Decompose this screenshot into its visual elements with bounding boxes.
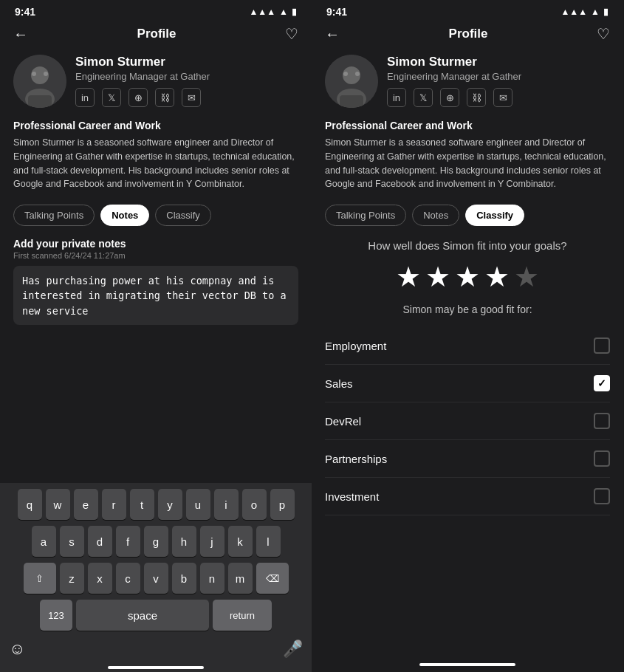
linkedin-icon-right[interactable]: in — [387, 88, 406, 107]
fit-option-sales: Sales — [325, 365, 610, 402]
key-g[interactable]: g — [144, 526, 168, 557]
key-f[interactable]: f — [116, 526, 140, 557]
key-shift[interactable]: ⇧ — [24, 563, 56, 594]
tab-classify-left[interactable]: Classify — [155, 205, 211, 226]
key-n[interactable]: n — [200, 563, 224, 594]
link-icon-left[interactable]: ⛓ — [155, 88, 174, 107]
web-icon-left[interactable]: ⊕ — [128, 88, 148, 107]
key-s[interactable]: s — [60, 526, 84, 557]
twitter-icon-right[interactable]: 𝕏 — [414, 88, 433, 107]
bio-section-right: Professional Career and Work Simon Sturm… — [312, 115, 623, 199]
classify-question: How well does Simon fit into your goals? — [368, 239, 566, 252]
signal-icon-right: ▲▲▲ — [560, 7, 587, 17]
profile-section-right: Simon Sturmer Engineering Manager at Gat… — [312, 50, 623, 115]
svg-rect-5 — [28, 95, 52, 108]
checkbox-employment[interactable] — [594, 337, 610, 354]
key-m[interactable]: m — [228, 563, 253, 594]
fit-option-employment: Employment — [325, 327, 610, 365]
link-icon-right[interactable]: ⛓ — [467, 88, 486, 107]
star-4[interactable]: ★ — [484, 261, 510, 293]
checkbox-devrel[interactable] — [594, 413, 610, 429]
battery-icon-right: ▮ — [603, 7, 608, 17]
keyboard-row-4: 123 space return — [3, 600, 309, 631]
key-r[interactable]: r — [102, 489, 126, 520]
keyboard-bottom: ☺ 🎤 — [3, 637, 309, 663]
key-t[interactable]: t — [130, 489, 154, 520]
web-icon-right[interactable]: ⊕ — [440, 88, 459, 107]
svg-point-3 — [32, 72, 36, 76]
key-k[interactable]: k — [228, 526, 253, 557]
key-d[interactable]: d — [88, 526, 112, 557]
classify-section: How well does Simon fit into your goals?… — [312, 232, 623, 327]
key-c[interactable]: c — [116, 563, 140, 594]
fit-option-investment-label: Investment — [325, 490, 379, 503]
key-a[interactable]: a — [32, 526, 56, 557]
key-o[interactable]: o — [242, 489, 267, 520]
key-123[interactable]: 123 — [40, 600, 72, 631]
star-2[interactable]: ★ — [425, 261, 450, 293]
avatar-left — [13, 55, 66, 108]
tab-talking-points-right[interactable]: Talking Points — [325, 205, 406, 226]
emoji-icon[interactable]: ☺ — [9, 640, 25, 659]
checkbox-sales[interactable] — [594, 375, 610, 391]
key-z[interactable]: z — [60, 563, 84, 594]
svg-point-4 — [44, 72, 48, 76]
avatar-right — [325, 55, 378, 108]
key-j[interactable]: j — [200, 526, 224, 557]
header-right: ← Profile ♡ — [312, 21, 623, 50]
profile-section-left: Simon Sturmer Engineering Manager at Gat… — [0, 50, 312, 115]
fit-option-devrel: DevRel — [325, 402, 610, 440]
status-bar-right: 9:41 ▲▲▲ ▲ ▮ — [312, 0, 623, 21]
key-space[interactable]: space — [76, 600, 209, 631]
key-b[interactable]: b — [172, 563, 196, 594]
fit-option-sales-label: Sales — [325, 377, 353, 390]
checkbox-investment[interactable] — [594, 488, 610, 504]
key-w[interactable]: w — [46, 489, 70, 520]
notes-section: Add your private notes First scanned 6/2… — [0, 232, 312, 332]
star-1[interactable]: ★ — [396, 261, 421, 293]
star-3[interactable]: ★ — [455, 261, 480, 293]
key-backspace[interactable]: ⌫ — [256, 563, 289, 594]
tabs-left: Talking Points Notes Classify — [0, 199, 312, 232]
keyboard-row-1: q w e r t y u i o p — [3, 489, 309, 520]
key-x[interactable]: x — [88, 563, 112, 594]
tab-notes-left[interactable]: Notes — [100, 205, 149, 226]
mic-icon[interactable]: 🎤 — [283, 640, 303, 659]
tab-notes-right[interactable]: Notes — [412, 205, 459, 226]
key-y[interactable]: y — [158, 489, 182, 520]
bio-section-left: Professional Career and Work Simon Sturm… — [0, 115, 312, 199]
back-button-right[interactable]: ← — [325, 26, 340, 43]
key-return[interactable]: return — [213, 600, 272, 631]
key-v[interactable]: v — [144, 563, 168, 594]
header-left: ← Profile ♡ — [0, 21, 312, 50]
status-icons-left: ▲▲▲ ▲ ▮ — [249, 7, 297, 17]
email-icon-left[interactable]: ✉ — [182, 88, 201, 107]
heart-icon-left[interactable]: ♡ — [285, 25, 298, 43]
checkbox-partnerships[interactable] — [594, 450, 610, 467]
wifi-icon-right: ▲ — [591, 7, 600, 17]
heart-icon-right[interactable]: ♡ — [597, 25, 610, 43]
key-u[interactable]: u — [186, 489, 210, 520]
back-button-left[interactable]: ← — [13, 26, 28, 43]
wifi-icon: ▲ — [279, 7, 288, 17]
tab-talking-points-left[interactable]: Talking Points — [13, 205, 95, 226]
stars-row: ★ ★ ★ ★ ★ — [396, 261, 539, 293]
keyboard-row-3: ⇧ z x c v b n m ⌫ — [3, 563, 309, 594]
key-h[interactable]: h — [172, 526, 196, 557]
email-icon-right[interactable]: ✉ — [493, 88, 512, 107]
key-q[interactable]: q — [18, 489, 42, 520]
key-e[interactable]: e — [74, 489, 98, 520]
profile-role-left: Engineering Manager at Gather — [75, 71, 298, 82]
svg-point-10 — [355, 72, 360, 76]
key-l[interactable]: l — [256, 526, 281, 557]
tab-classify-right[interactable]: Classify — [465, 205, 524, 226]
fit-option-investment: Investment — [325, 478, 610, 515]
twitter-icon-left[interactable]: 𝕏 — [102, 88, 121, 107]
key-i[interactable]: i — [214, 489, 239, 520]
linkedin-icon-left[interactable]: in — [75, 88, 95, 107]
star-5[interactable]: ★ — [514, 261, 539, 293]
social-icons-right: in 𝕏 ⊕ ⛓ ✉ — [387, 88, 610, 107]
notes-textarea[interactable]: Has purchasing power at his compnay and … — [13, 266, 298, 325]
key-p[interactable]: p — [270, 489, 295, 520]
notes-sub: First scanned 6/24/24 11:27am — [13, 251, 298, 260]
